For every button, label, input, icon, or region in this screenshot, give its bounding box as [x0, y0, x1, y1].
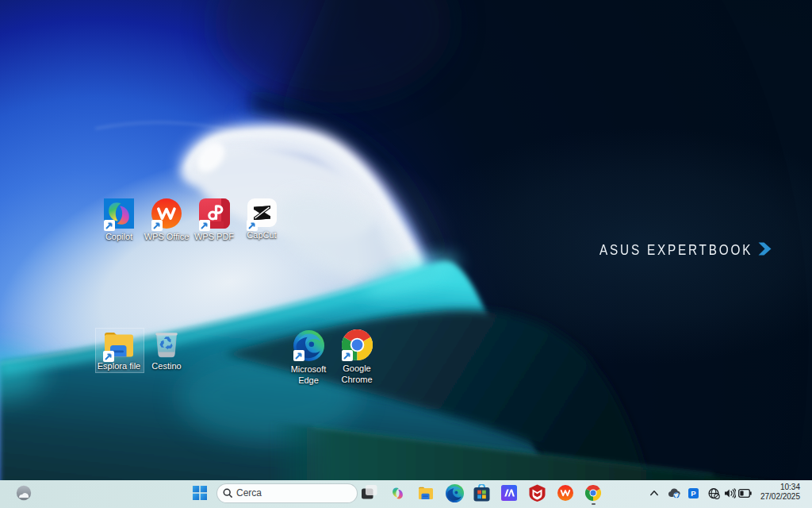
svg-text:P: P [691, 488, 696, 497]
